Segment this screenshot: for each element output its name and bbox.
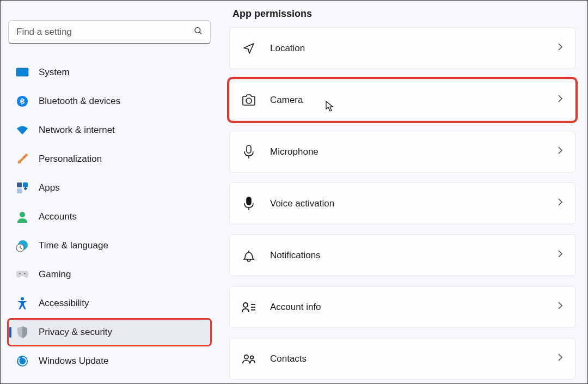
permission-label: Voice activation [270,198,543,209]
chevron-right-icon [558,42,563,54]
sidebar-item-accessibility[interactable]: Accessibility [8,290,211,316]
svg-rect-6 [23,182,28,187]
svg-point-10 [20,212,25,217]
permission-item-location[interactable]: Location [229,27,575,69]
voice-icon [242,197,256,211]
svg-rect-20 [247,197,251,205]
sidebar-item-network[interactable]: Network & internet [8,117,211,143]
chevron-right-icon [558,301,563,313]
sidebar-item-accounts[interactable]: Accounts [8,204,211,230]
contacts-icon [242,352,256,366]
permission-label: Location [270,43,543,54]
svg-rect-7 [17,188,22,193]
permission-item-contacts[interactable]: Contacts [229,338,575,380]
account-info-icon [242,300,256,314]
sidebar-item-label: System [39,67,70,78]
camera-icon [242,93,256,107]
sidebar-item-label: Privacy & security [39,327,112,338]
sidebar-item-gaming[interactable]: Gaming [8,261,211,288]
bell-icon [242,248,256,263]
microphone-icon [242,145,256,159]
permission-label: Microphone [270,147,543,157]
update-icon [16,355,29,368]
permission-item-account-info[interactable]: Account info [229,286,575,328]
sidebar-item-label: Gaming [39,269,71,280]
sidebar-item-label: Accounts [39,211,77,222]
shield-icon [16,326,29,339]
svg-point-18 [246,98,252,103]
svg-rect-9 [25,187,27,190]
sidebar-item-apps[interactable]: Apps [8,175,211,201]
apps-icon [16,181,29,194]
main-content: App permissions Location Camera Microph [218,1,587,383]
sidebar-item-system[interactable]: System [8,59,211,86]
sidebar-item-label: Personalization [39,154,102,164]
svg-point-15 [24,273,25,274]
sidebar-item-label: Accessibility [39,298,89,309]
search-icon [193,26,203,39]
permission-item-camera[interactable]: Camera [229,79,575,121]
chevron-right-icon [558,249,563,261]
permission-item-microphone[interactable]: Microphone [229,131,575,173]
svg-point-0 [195,28,200,33]
sidebar-item-time-language[interactable]: Time & language [8,233,211,259]
chevron-right-icon [558,146,563,157]
svg-point-26 [250,356,254,359]
svg-point-14 [19,273,20,274]
permission-item-voice-activation[interactable]: Voice activation [229,182,575,224]
sidebar-nav: System Bluetooth & devices Network & int… [8,59,211,374]
chevron-right-icon [558,94,563,106]
svg-line-1 [199,32,201,34]
search-field[interactable] [8,20,211,44]
bluetooth-icon [16,95,29,108]
permission-label: Account info [270,302,543,313]
sidebar: System Bluetooth & devices Network & int… [1,1,218,383]
sidebar-item-windows-update[interactable]: Windows Update [8,348,211,374]
sidebar-item-privacy-security[interactable]: Privacy & security [8,319,211,345]
wifi-icon [16,124,29,137]
permission-label: Contacts [270,353,543,364]
system-icon [16,66,29,79]
svg-rect-19 [247,145,251,153]
search-input[interactable] [8,20,211,44]
clock-globe-icon [16,239,29,252]
chevron-right-icon [558,353,563,364]
account-icon [16,210,29,223]
accessibility-icon [16,297,29,310]
svg-point-21 [243,303,248,307]
permission-label: Camera [270,95,543,106]
svg-point-16 [21,297,24,301]
sidebar-item-personalization[interactable]: Personalization [8,146,211,172]
sidebar-item-label: Apps [39,182,60,193]
sidebar-item-label: Time & language [39,240,108,251]
chevron-right-icon [558,198,563,209]
permission-item-notifications[interactable]: Notifications [229,234,575,276]
section-title: App permissions [232,8,575,20]
sidebar-item-label: Windows Update [39,356,109,367]
brush-icon [16,153,29,166]
svg-rect-5 [17,182,22,187]
sidebar-item-label: Network & internet [39,125,115,136]
svg-point-25 [244,355,248,358]
location-icon [242,41,256,56]
svg-rect-2 [16,68,28,76]
sidebar-item-label: Bluetooth & devices [39,96,120,107]
sidebar-item-bluetooth[interactable]: Bluetooth & devices [8,88,211,114]
permission-label: Notifications [270,250,543,261]
gamepad-icon [16,268,29,281]
